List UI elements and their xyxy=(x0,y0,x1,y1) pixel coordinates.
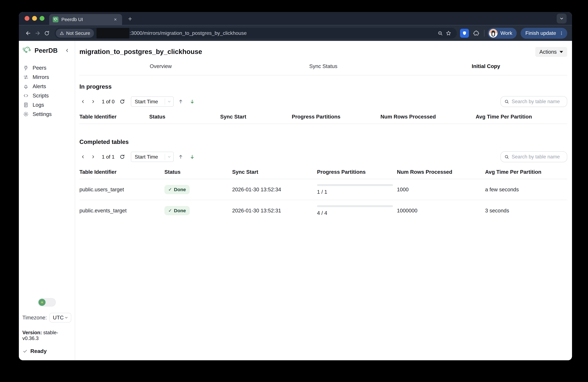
maximize-window-button[interactable] xyxy=(40,16,44,21)
sort-ascending-icon[interactable] xyxy=(177,98,184,105)
progress-bar xyxy=(317,205,393,207)
window-controls xyxy=(25,12,44,25)
timezone-value: UTC xyxy=(53,315,64,321)
zoom-out-icon[interactable] xyxy=(436,29,444,37)
actions-label: Actions xyxy=(539,49,557,55)
num-rows-cell: 1000 xyxy=(397,186,485,193)
brand-name: PeerDB xyxy=(35,47,58,54)
peerdb-favicon-icon xyxy=(53,17,59,22)
new-tab-button[interactable] xyxy=(126,15,134,23)
forward-icon[interactable] xyxy=(33,29,42,38)
prev-page-icon[interactable] xyxy=(79,153,86,160)
column-header: Num Rows Processed xyxy=(380,114,476,120)
close-window-button[interactable] xyxy=(25,16,29,21)
password-manager-extension-icon[interactable] xyxy=(460,29,469,38)
sidebar-item-label: Logs xyxy=(33,102,44,108)
column-header: Progress Partitions xyxy=(317,169,397,175)
search-icon xyxy=(504,99,509,104)
completed-section: Completed tables 1 of 1 xyxy=(79,139,567,221)
app-content: PeerDB Peers Mirrors Alerts Scripts Logs… xyxy=(19,41,572,360)
next-page-icon[interactable] xyxy=(90,98,97,105)
progress-bar xyxy=(317,184,393,186)
sort-descending-icon[interactable] xyxy=(189,153,196,160)
tab-sync-status[interactable]: Sync Status xyxy=(242,61,405,75)
sidebar-nav: Peers Mirrors Alerts Scripts Logs Settin… xyxy=(19,63,75,119)
sidebar-item-label: Peers xyxy=(33,65,46,71)
profile-chip[interactable]: Work xyxy=(488,28,517,39)
sidebar-item-peers[interactable]: Peers xyxy=(19,63,75,73)
browser-tab-strip: Peerdb UI xyxy=(19,12,572,25)
address-bar[interactable]: Not Secure :3000/mirrors/migration_to_po… xyxy=(55,28,457,39)
plug-icon xyxy=(23,65,29,71)
sidebar-item-alerts[interactable]: Alerts xyxy=(19,82,75,91)
status-cell: ✓Done xyxy=(164,206,232,215)
sync-start-cell: 2026-01-30 13:52:31 xyxy=(232,208,317,214)
table-row[interactable]: public.users_target ✓Done 2026-01-30 13:… xyxy=(79,179,567,200)
main-panel: migration_to_postgres_by_clickhouse Acti… xyxy=(75,41,572,360)
completed-heading: Completed tables xyxy=(79,139,567,145)
in-progress-table-header: Table IdentifierStatusSync StartProgress… xyxy=(79,114,567,124)
extensions-puzzle-icon[interactable] xyxy=(472,29,481,38)
close-tab-icon[interactable] xyxy=(112,16,119,23)
timezone-select[interactable]: UTC xyxy=(49,313,71,322)
browser-menu-dots-icon[interactable] xyxy=(558,30,565,37)
completed-search[interactable] xyxy=(501,151,567,162)
refresh-icon[interactable] xyxy=(119,98,126,105)
in-progress-search[interactable] xyxy=(501,96,567,107)
peerdb-logo-icon xyxy=(22,47,32,54)
search-icon xyxy=(504,154,509,159)
status-badge: ✓Done xyxy=(164,206,190,215)
progress-label: 4 / 4 xyxy=(317,210,394,216)
progress-label: 1 / 1 xyxy=(317,189,394,195)
table-identifier-cell: public.events_target xyxy=(79,208,164,214)
sidebar-collapse-chevron[interactable] xyxy=(63,47,71,54)
chevron-down-icon xyxy=(64,316,68,320)
tab-initial-copy[interactable]: Initial Copy xyxy=(405,61,567,75)
sort-field-value: Start Time xyxy=(135,154,165,160)
profile-avatar xyxy=(489,29,498,38)
minimize-window-button[interactable] xyxy=(32,16,37,21)
sidebar-item-label: Settings xyxy=(33,111,52,117)
browser-tab[interactable]: Peerdb UI xyxy=(49,14,122,25)
actions-button[interactable]: Actions xyxy=(535,47,567,57)
in-progress-heading: In progress xyxy=(79,83,567,90)
sidebar-item-logs[interactable]: Logs xyxy=(19,100,75,110)
search-input[interactable] xyxy=(512,154,563,160)
finish-update-button[interactable]: Finish update xyxy=(521,28,567,39)
completed-table-header: Table IdentifierStatusSync StartProgress… xyxy=(79,169,567,179)
status-text: Ready xyxy=(30,348,47,354)
table-row[interactable]: public.events_target ✓Done 2026-01-30 13… xyxy=(79,200,567,221)
sidebar-item-label: Alerts xyxy=(33,83,46,89)
tab-overview[interactable]: Overview xyxy=(79,61,242,75)
sidebar-item-settings[interactable]: Settings xyxy=(19,110,75,119)
sidebar: PeerDB Peers Mirrors Alerts Scripts Logs… xyxy=(19,41,75,360)
column-header: Table Identifier xyxy=(79,114,149,120)
next-page-icon[interactable] xyxy=(90,153,97,160)
sort-field-select[interactable]: Start Time xyxy=(131,97,174,107)
sidebar-item-scripts[interactable]: Scripts xyxy=(19,91,75,100)
column-header: Status xyxy=(149,114,220,120)
theme-toggle[interactable]: ☀ xyxy=(38,298,56,306)
sun-icon: ☀ xyxy=(39,299,45,306)
bookmark-star-icon[interactable] xyxy=(444,29,453,37)
page-title: migration_to_postgres_by_clickhouse xyxy=(79,48,202,56)
column-header: Num Rows Processed xyxy=(397,169,485,175)
sort-descending-icon[interactable] xyxy=(189,98,196,105)
sort-field-select[interactable]: Start Time xyxy=(131,152,174,162)
timezone-label: Timezone: xyxy=(22,315,47,321)
refresh-icon[interactable] xyxy=(119,153,126,160)
code-icon xyxy=(23,92,29,99)
reload-icon[interactable] xyxy=(42,29,51,38)
tab-search-chevron-button[interactable] xyxy=(557,14,567,23)
sidebar-item-mirrors[interactable]: Mirrors xyxy=(19,73,75,82)
status-row: Ready xyxy=(19,348,75,354)
avg-time-cell: 3 seconds xyxy=(485,208,567,214)
sort-ascending-icon[interactable] xyxy=(177,153,184,160)
column-header: Avg Time Per Partition xyxy=(476,114,567,120)
profile-label: Work xyxy=(501,30,512,36)
search-input[interactable] xyxy=(512,99,563,104)
prev-page-icon[interactable] xyxy=(79,98,86,105)
sidebar-item-label: Mirrors xyxy=(33,74,49,80)
not-secure-chip[interactable]: Not Secure xyxy=(56,29,94,38)
back-icon[interactable] xyxy=(24,29,33,38)
